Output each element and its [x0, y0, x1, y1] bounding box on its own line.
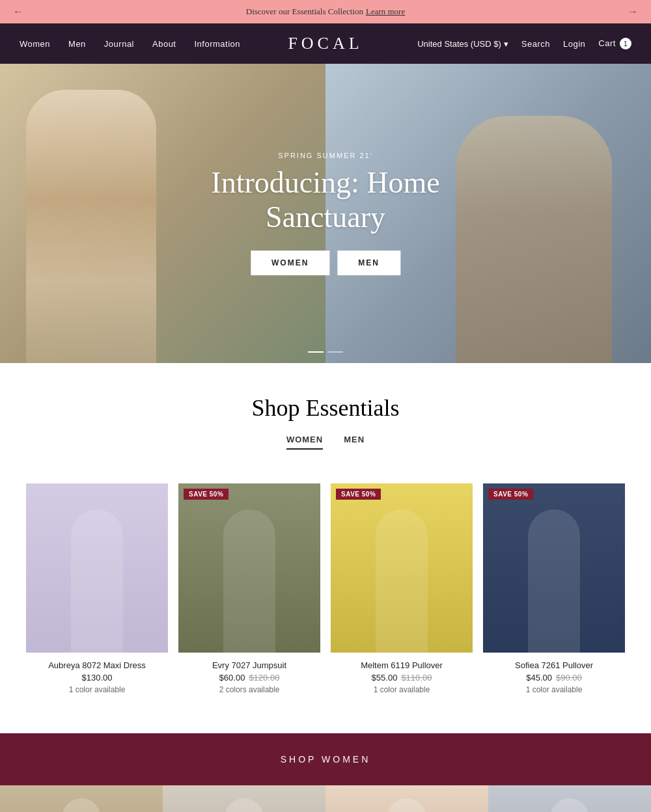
nav-about[interactable]: About [152, 39, 176, 49]
nav-left: Women Men Journal About Information [20, 39, 240, 49]
search-link[interactable]: Search [521, 39, 550, 49]
product-image-1: SAVE 50% [178, 483, 320, 653]
region-label: United States (USD $) [417, 39, 501, 49]
product-card-0[interactable]: Aubreya 8072 Maxi Dress $130.00 1 color … [26, 483, 168, 694]
product-card-2[interactable]: SAVE 50% Meltem 6119 Pullover $55.00$110… [331, 483, 473, 694]
next-arrow[interactable]: → [628, 6, 638, 18]
product-grid: Aubreya 8072 Maxi Dress $130.00 1 color … [0, 483, 651, 720]
product-name-2: Meltem 6119 Pullover [331, 660, 473, 670]
nav-journal[interactable]: Journal [104, 39, 134, 49]
product-original-price-1: $120.00 [249, 673, 279, 683]
tab-men[interactable]: MEN [344, 435, 365, 450]
bottom-image-2[interactable] [163, 785, 326, 812]
tab-women[interactable]: WOMEN [286, 435, 323, 450]
cart-count: 1 [620, 38, 631, 49]
product-name-3: Sofiea 7261 Pullover [483, 660, 625, 670]
product-image-2: SAVE 50% [331, 483, 473, 653]
region-arrow-icon: ▾ [504, 39, 508, 49]
hero-buttons: WOMEN MEN [211, 250, 439, 275]
save-badge-1: SAVE 50% [184, 489, 229, 500]
shop-essentials-title: Shop Essentials [0, 394, 651, 422]
product-name-1: Evry 7027 Jumpsuit [178, 660, 320, 670]
cart-label: Cart [598, 38, 616, 48]
product-original-price-3: $90.00 [556, 673, 582, 683]
nav-right: United States (USD $) ▾ Search Login Car… [417, 38, 631, 49]
product-price-3: $45.00 [526, 673, 552, 683]
nav-information[interactable]: Information [194, 39, 240, 49]
save-badge-2: SAVE 50% [336, 489, 381, 500]
shop-essentials-section: Shop Essentials WOMEN MEN [0, 363, 651, 483]
login-link[interactable]: Login [563, 39, 585, 49]
product-colors-3: 1 color available [483, 685, 625, 694]
hero-dots [308, 351, 343, 353]
product-image-3: SAVE 50% [483, 483, 625, 653]
hero-women-button[interactable]: WOMEN [251, 250, 329, 275]
prev-arrow[interactable]: ← [13, 6, 23, 18]
product-colors-1: 2 colors available [178, 685, 320, 694]
product-price-container-1: $60.00$120.00 [178, 673, 320, 683]
nav-women[interactable]: Women [20, 39, 50, 49]
product-price-container-3: $45.00$90.00 [483, 673, 625, 683]
hero-title: Introducing: HomeSanctuary [211, 166, 439, 235]
product-card-3[interactable]: SAVE 50% Sofiea 7261 Pullover $45.00$90.… [483, 483, 625, 694]
hero-section: SPRING SUMMER 21' Introducing: HomeSanct… [0, 64, 651, 363]
site-logo[interactable]: FOCAL [288, 34, 363, 53]
region-selector[interactable]: United States (USD $) ▾ [417, 39, 508, 49]
product-colors-2: 1 color available [331, 685, 473, 694]
bottom-image-1[interactable] [0, 785, 163, 812]
main-nav: Women Men Journal About Information FOCA… [0, 23, 651, 64]
hero-dot-2[interactable] [327, 351, 343, 353]
product-price-1: $60.00 [219, 673, 245, 683]
product-price-container-2: $55.00$110.00 [331, 673, 473, 683]
product-price-2: $55.00 [372, 673, 398, 683]
product-price-0: $130.00 [82, 673, 113, 683]
bottom-image-3[interactable] [326, 785, 488, 812]
product-name-0: Aubreya 8072 Maxi Dress [26, 660, 168, 670]
hero-men-button[interactable]: MEN [337, 250, 400, 275]
announcement-text: Discover our Essentials Collection [246, 7, 363, 17]
product-colors-0: 1 color available [26, 685, 168, 694]
shop-women-banner[interactable]: SHOP WOMEN [0, 733, 651, 785]
bottom-image-4[interactable] [488, 785, 651, 812]
product-price-container-0: $130.00 [26, 673, 168, 683]
nav-center: FOCAL [288, 34, 363, 53]
product-original-price-2: $110.00 [401, 673, 432, 683]
announcement-link[interactable]: Learn more [366, 7, 405, 17]
hero-dot-1[interactable] [308, 351, 324, 353]
cart-link[interactable]: Cart 1 [598, 38, 631, 49]
bottom-images [0, 785, 651, 812]
hero-content: SPRING SUMMER 21' Introducing: HomeSanct… [211, 152, 439, 275]
essentials-tabs: WOMEN MEN [0, 435, 651, 450]
announcement-bar: ← Discover our Essentials Collection Lea… [0, 0, 651, 23]
shop-women-label: SHOP WOMEN [281, 754, 371, 765]
hero-season: SPRING SUMMER 21' [211, 152, 439, 159]
nav-men[interactable]: Men [68, 39, 86, 49]
product-image-0 [26, 483, 168, 653]
product-card-1[interactable]: SAVE 50% Evry 7027 Jumpsuit $60.00$120.0… [178, 483, 320, 694]
save-badge-3: SAVE 50% [488, 489, 533, 500]
